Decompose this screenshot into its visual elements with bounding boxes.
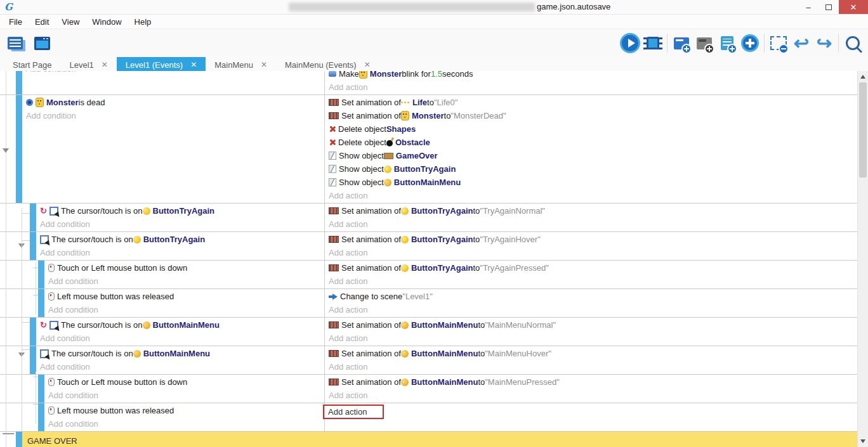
action-line[interactable]: Set animation of ButtonTryAgain to "TryA…	[325, 261, 858, 275]
condition-line[interactable]: The cursor/touch is on ButtonTryAgain	[36, 204, 324, 217]
add-condition-link[interactable]: Add condition	[44, 417, 324, 431]
condition-line[interactable]: The cursor/touch is on ButtonTryAgain	[36, 233, 324, 246]
condition-line[interactable]: Left mouse button was released	[44, 290, 324, 303]
menu-item-help[interactable]: Help	[128, 15, 158, 29]
add-action-link[interactable]: Add action	[325, 217, 858, 231]
condition-line[interactable]: Touch or Left mouse button is down	[44, 261, 324, 275]
action-line[interactable]: Set animation of ButtonTryAgain to "TryA…	[325, 204, 858, 217]
add-condition-link[interactable]: Add condition	[44, 303, 324, 316]
add-action-link-highlighted[interactable]: Add action	[323, 405, 384, 419]
add-action-link[interactable]: Add action	[325, 332, 858, 345]
add-comment-button[interactable]	[716, 31, 739, 55]
tab-mainmenu-events-[interactable]: MainMenu (Events)✕	[276, 57, 379, 72]
condition-line[interactable]: Left mouse button was released	[44, 404, 324, 417]
add-action-link[interactable]: Add action	[325, 81, 858, 94]
tab-start-page[interactable]: Start Page	[4, 57, 60, 72]
expander-icon[interactable]	[3, 148, 9, 153]
add-action-link[interactable]: Add action	[325, 246, 858, 259]
tab-level1[interactable]: Level1✕	[60, 57, 116, 72]
add-condition-link[interactable]: Add condition	[36, 332, 324, 345]
condition-line[interactable]: Touch or Left mouse button is down	[44, 375, 324, 389]
play-button[interactable]	[619, 31, 641, 55]
event-rail[interactable]	[30, 318, 36, 346]
menu-item-file[interactable]: File	[3, 15, 29, 29]
event-rail[interactable]	[38, 289, 44, 317]
add-condition-link[interactable]: Add condition	[44, 389, 324, 402]
search-button[interactable]	[841, 31, 864, 55]
add-condition-link[interactable]: Add condition	[22, 71, 324, 75]
action-line[interactable]: Make Monster blink for 1.5 seconds	[325, 71, 858, 81]
tab-close-icon[interactable]: ✕	[102, 60, 108, 69]
text-segment: is dead	[79, 98, 105, 107]
add-action-link[interactable]: Add action	[325, 360, 858, 373]
add-condition-link[interactable]: Add condition	[44, 275, 324, 288]
action-line[interactable]: Delete object Obstacle	[325, 136, 858, 149]
action-line[interactable]: Delete object Shapes	[325, 122, 858, 136]
action-line[interactable]: Set animation of Monster to "MonsterDead…	[325, 109, 858, 122]
mouse-icon	[48, 406, 55, 415]
debug-button[interactable]	[641, 31, 664, 55]
action-line[interactable]: Set animation of ButtonTryAgain to "TryA…	[325, 233, 858, 246]
event-rail[interactable]	[16, 432, 22, 447]
minimize-button[interactable]: –	[798, 0, 819, 14]
delete-selection-button[interactable]	[767, 31, 790, 55]
redo-button[interactable]	[813, 31, 836, 55]
tab-close-icon[interactable]: ✕	[261, 60, 267, 69]
action-line[interactable]: Show object ButtonMainMenu	[325, 176, 858, 189]
animation-icon	[329, 350, 339, 357]
vertical-scrollbar[interactable]	[857, 71, 868, 447]
menu-item-edit[interactable]: Edit	[29, 15, 55, 29]
event-rail[interactable]	[38, 261, 44, 288]
tab-mainmenu[interactable]: MainMenu✕	[206, 57, 276, 72]
add-event-button[interactable]	[670, 31, 693, 55]
fold-dash-icon[interactable]	[3, 433, 14, 434]
add-action-link[interactable]: Add action	[325, 303, 858, 316]
menu-item-view[interactable]: View	[55, 15, 86, 29]
text-segment: ButtonTryAgain	[411, 206, 473, 216]
toolbar-separator	[764, 34, 765, 53]
restore-button[interactable]	[819, 0, 839, 14]
tab-level1-events-[interactable]: Level1 (Events)✕	[117, 57, 206, 72]
event-rail[interactable]	[16, 95, 22, 203]
add-condition-link[interactable]: Add condition	[36, 246, 324, 259]
add-circle-button[interactable]	[739, 31, 761, 55]
event-rail[interactable]	[38, 403, 44, 431]
event-rail[interactable]	[38, 375, 44, 403]
add-condition-link[interactable]: Add condition	[36, 217, 324, 231]
event-rail[interactable]	[30, 346, 36, 374]
condition-line[interactable]: The cursor/touch is on ButtonMainMenu	[36, 347, 324, 360]
action-line[interactable]: Show object ButtonTryAgain	[325, 162, 858, 176]
tab-close-icon[interactable]: ✕	[364, 60, 371, 69]
button-tryagain-icon	[143, 207, 150, 215]
action-line[interactable]: Set animation of Life to "Life0"	[325, 96, 858, 109]
add-subevent-button[interactable]	[693, 31, 716, 55]
comment-row[interactable]: GAME OVER	[0, 432, 858, 447]
close-button[interactable]: ✕	[839, 0, 868, 14]
project-manager-button[interactable]	[4, 31, 27, 55]
action-line[interactable]: Set animation of ButtonMainMenu to "Main…	[325, 375, 858, 389]
scene-window-button[interactable]	[30, 31, 53, 55]
text-segment: Show object	[339, 178, 384, 187]
condition-line[interactable]: Monster is dead	[22, 96, 324, 109]
scroll-down-icon[interactable]	[860, 439, 865, 443]
scrollbar-thumb[interactable]	[859, 82, 867, 178]
event-rail[interactable]	[16, 71, 22, 94]
condition-line[interactable]: The cursor/touch is on ButtonMainMenu	[36, 318, 324, 332]
menu-item-window[interactable]: Window	[86, 15, 128, 29]
scroll-up-icon[interactable]	[860, 75, 865, 79]
text-segment: ButtonMainMenu	[411, 320, 478, 330]
action-line[interactable]: Change to scene "Level1"	[325, 290, 858, 303]
event-rail[interactable]	[30, 232, 36, 260]
add-action-link[interactable]: Add action	[325, 275, 858, 288]
add-condition-link[interactable]: Add condition	[22, 109, 324, 122]
event-rail[interactable]	[30, 204, 36, 231]
action-line[interactable]: Set animation of ButtonMainMenu to "Main…	[325, 347, 858, 360]
add-action-link[interactable]: Add action	[325, 389, 858, 402]
tab-close-icon[interactable]: ✕	[190, 60, 197, 69]
text-segment: Set animation of	[341, 98, 401, 107]
action-line[interactable]: Set animation of ButtonMainMenu to "Main…	[325, 318, 858, 332]
undo-button[interactable]	[790, 31, 813, 55]
add-condition-link[interactable]: Add condition	[36, 360, 324, 373]
add-action-link[interactable]: Add action	[325, 189, 858, 202]
action-line[interactable]: Show object GameOver	[325, 149, 858, 162]
